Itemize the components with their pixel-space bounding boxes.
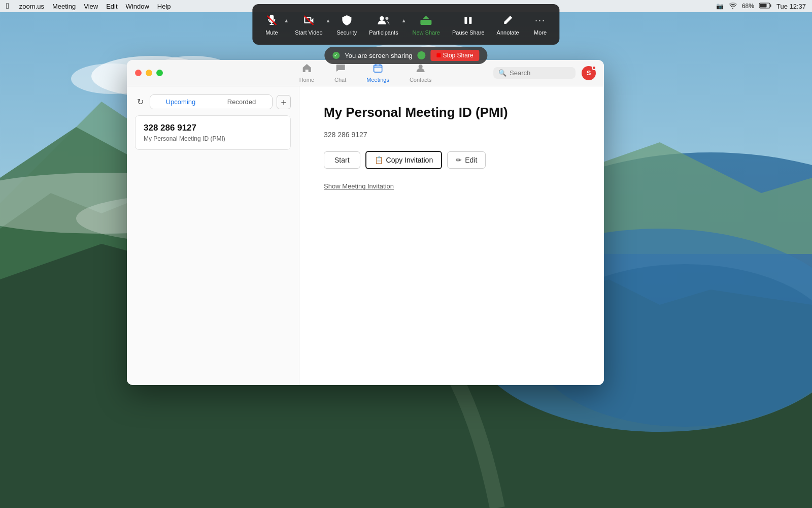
video-icon	[302, 13, 315, 27]
nav-chat[interactable]: Chat	[330, 61, 350, 85]
toolbar-security[interactable]: Security	[330, 9, 363, 40]
contacts-nav-icon	[416, 63, 426, 76]
sharing-status-text: You are screen sharing	[345, 52, 412, 59]
meeting-action-buttons: Start 📋 Copy Invitation ✏ Edit	[324, 151, 580, 169]
copy-invitation-label: Copy Invitation	[386, 156, 433, 164]
search-icon: 🔍	[498, 69, 506, 77]
svg-rect-26	[465, 17, 467, 24]
more-icon: ···	[535, 13, 546, 27]
zoom-toolbar: Mute ▲ Start Video ▲ Security	[252, 4, 559, 45]
battery-icon	[759, 3, 771, 10]
menubar-help[interactable]: Help	[157, 3, 171, 10]
meeting-card-id: 328 286 9127	[144, 123, 282, 133]
user-avatar[interactable]: S	[582, 66, 596, 80]
battery-percent: 68%	[742, 3, 754, 10]
new-share-icon	[420, 13, 433, 27]
start-meeting-button[interactable]: Start	[324, 151, 360, 169]
annotate-icon	[502, 13, 514, 27]
camera-tray-icon[interactable]: 📷	[716, 3, 724, 10]
avatar-notification-dot	[592, 66, 596, 70]
pmi-meeting-card[interactable]: 328 286 9127 My Personal Meeting ID (PMI…	[135, 115, 291, 150]
copy-icon: 📋	[375, 156, 383, 164]
meetings-nav-label: Meetings	[366, 77, 389, 83]
meetings-sidebar: ↻ Upcoming Recorded ＋ 328 286 9127 My Pe…	[127, 86, 299, 385]
mute-label: Mute	[265, 29, 278, 36]
menubar-app-name[interactable]: zoom.us	[19, 3, 44, 10]
meeting-detail-panel: My Personal Meeting ID (PMI) 328 286 912…	[299, 86, 604, 385]
sharing-shield-icon: 🛡	[418, 51, 426, 59]
toolbar-pause-share[interactable]: Pause Share	[446, 9, 491, 40]
apple-menu[interactable]: 	[6, 2, 9, 11]
annotate-label: Annotate	[497, 29, 519, 36]
svg-marker-25	[423, 16, 430, 19]
home-nav-label: Home	[299, 77, 314, 83]
edit-label: Edit	[465, 156, 477, 164]
menubar-view[interactable]: View	[84, 3, 98, 10]
window-maximize-button[interactable]	[156, 70, 163, 76]
search-bar[interactable]: 🔍	[493, 67, 576, 79]
sidebar-controls: ↻ Upcoming Recorded ＋	[135, 94, 291, 109]
menubar-right: 📷 68% Tue 12:37	[716, 3, 806, 10]
stop-share-red-square	[437, 53, 441, 57]
tab-recorded[interactable]: Recorded	[211, 95, 272, 109]
copy-invitation-button[interactable]: 📋 Copy Invitation	[365, 151, 443, 169]
zoom-window: Home Chat M	[127, 60, 604, 385]
new-share-label: New Share	[413, 29, 440, 36]
time-display: Tue 12:37	[776, 3, 806, 10]
toolbar-start-video[interactable]: Start Video	[289, 9, 328, 40]
svg-point-22	[380, 16, 384, 20]
svg-rect-28	[374, 65, 382, 72]
meeting-card-name: My Personal Meeting ID (PMI)	[144, 135, 282, 142]
chat-nav-label: Chat	[334, 77, 346, 83]
meetings-nav-icon	[373, 63, 383, 76]
stop-share-button[interactable]: Stop Share	[431, 50, 480, 61]
meeting-detail-title: My Personal Meeting ID (PMI)	[324, 105, 580, 120]
toolbar-new-share[interactable]: New Share	[407, 9, 446, 40]
show-invitation-link[interactable]: Show Meeting Invitation	[324, 182, 394, 190]
tab-upcoming[interactable]: Upcoming	[150, 95, 211, 109]
toolbar-participants[interactable]: Participants	[363, 9, 404, 40]
window-close-button[interactable]	[135, 70, 142, 76]
menubar-meeting[interactable]: Meeting	[52, 3, 76, 10]
toolbar-more[interactable]: ··· More	[525, 9, 556, 40]
menubar-edit[interactable]: Edit	[106, 3, 117, 10]
add-meeting-button[interactable]: ＋	[277, 95, 291, 109]
svg-point-23	[385, 17, 388, 20]
more-label: More	[534, 29, 547, 36]
chat-nav-icon	[335, 63, 346, 76]
share-banner: ✓ You are screen sharing 🛡 Stop Share	[324, 47, 487, 64]
sharing-status-dot: ✓	[332, 52, 340, 59]
participants-icon	[377, 13, 390, 27]
window-body: ↻ Upcoming Recorded ＋ 328 286 9127 My Pe…	[127, 86, 604, 385]
participants-label: Participants	[369, 29, 398, 36]
svg-rect-18	[770, 4, 771, 7]
nav-contacts[interactable]: Contacts	[405, 61, 435, 85]
menubar-window[interactable]: Window	[126, 3, 149, 10]
svg-rect-24	[421, 20, 432, 25]
home-nav-icon	[301, 63, 312, 76]
svg-rect-27	[469, 17, 472, 24]
menubar-left:  zoom.us Meeting View Edit Window Help	[6, 2, 171, 11]
nav-meetings[interactable]: Meetings	[362, 61, 393, 85]
meetings-tab-group: Upcoming Recorded	[150, 94, 273, 109]
window-nav: Home Chat M	[295, 61, 436, 85]
window-minimize-button[interactable]	[146, 70, 152, 76]
stop-share-label: Stop Share	[443, 52, 473, 59]
svg-rect-19	[760, 4, 766, 7]
edit-meeting-button[interactable]: ✏ Edit	[447, 151, 486, 169]
svg-point-32	[419, 65, 423, 69]
toolbar-mute[interactable]: Mute	[256, 9, 287, 40]
refresh-button[interactable]: ↻	[135, 95, 146, 109]
contacts-nav-label: Contacts	[410, 77, 431, 83]
video-label: Start Video	[295, 29, 322, 36]
wifi-icon	[729, 3, 737, 10]
search-input[interactable]	[510, 69, 570, 77]
avatar-letter: S	[587, 69, 591, 77]
toolbar-annotate[interactable]: Annotate	[491, 9, 525, 40]
window-controls	[135, 70, 163, 76]
meeting-detail-id: 328 286 9127	[324, 131, 580, 139]
nav-home[interactable]: Home	[295, 61, 318, 85]
edit-icon: ✏	[456, 156, 462, 164]
security-icon	[341, 13, 352, 27]
pause-share-label: Pause Share	[452, 29, 485, 36]
